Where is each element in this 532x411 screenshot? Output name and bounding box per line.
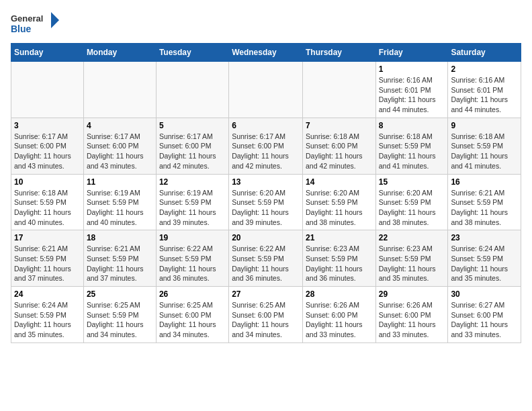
day-number: 19 bbox=[159, 233, 226, 242]
day-info: Sunrise: 6:17 AM Sunset: 6:00 PM Dayligh… bbox=[14, 132, 81, 171]
calendar-cell: 13Sunrise: 6:20 AM Sunset: 5:59 PM Dayli… bbox=[229, 174, 303, 230]
svg-text:Blue: Blue bbox=[11, 24, 32, 34]
logo-icon: GeneralBlue bbox=[11, 11, 64, 38]
day-number: 30 bbox=[451, 289, 518, 299]
weekday-header: Tuesday bbox=[156, 44, 228, 62]
day-info: Sunrise: 6:22 AM Sunset: 5:59 PM Dayligh… bbox=[232, 244, 300, 283]
day-number: 26 bbox=[159, 289, 226, 299]
calendar-cell: 28Sunrise: 6:26 AM Sunset: 6:00 PM Dayli… bbox=[302, 287, 375, 343]
day-info: Sunrise: 6:22 AM Sunset: 5:59 PM Dayligh… bbox=[159, 244, 226, 283]
calendar-cell: 20Sunrise: 6:22 AM Sunset: 5:59 PM Dayli… bbox=[229, 230, 303, 287]
day-number: 1 bbox=[379, 64, 445, 74]
day-info: Sunrise: 6:21 AM Sunset: 5:59 PM Dayligh… bbox=[87, 244, 153, 283]
calendar-cell: 22Sunrise: 6:23 AM Sunset: 5:59 PM Dayli… bbox=[375, 230, 448, 287]
day-info: Sunrise: 6:19 AM Sunset: 5:59 PM Dayligh… bbox=[159, 188, 226, 228]
day-number: 3 bbox=[14, 121, 81, 130]
calendar-cell: 30Sunrise: 6:27 AM Sunset: 6:00 PM Dayli… bbox=[448, 287, 521, 343]
weekday-header: Wednesday bbox=[229, 44, 303, 62]
day-info: Sunrise: 6:24 AM Sunset: 5:59 PM Dayligh… bbox=[14, 300, 81, 340]
day-number: 8 bbox=[379, 121, 445, 130]
calendar-cell: 14Sunrise: 6:20 AM Sunset: 5:59 PM Dayli… bbox=[302, 174, 375, 230]
day-info: Sunrise: 6:26 AM Sunset: 6:00 PM Dayligh… bbox=[306, 300, 373, 340]
weekday-header: Saturday bbox=[448, 44, 521, 62]
day-number: 7 bbox=[306, 121, 373, 130]
calendar-cell: 23Sunrise: 6:24 AM Sunset: 5:59 PM Dayli… bbox=[448, 230, 521, 287]
day-info: Sunrise: 6:25 AM Sunset: 6:00 PM Dayligh… bbox=[232, 300, 300, 340]
day-info: Sunrise: 6:18 AM Sunset: 5:59 PM Dayligh… bbox=[379, 132, 445, 171]
day-info: Sunrise: 6:23 AM Sunset: 5:59 PM Dayligh… bbox=[379, 244, 445, 283]
day-info: Sunrise: 6:25 AM Sunset: 5:59 PM Dayligh… bbox=[87, 300, 153, 340]
day-number: 29 bbox=[379, 289, 445, 299]
calendar-cell: 7Sunrise: 6:18 AM Sunset: 6:00 PM Daylig… bbox=[302, 118, 375, 174]
day-number: 25 bbox=[87, 289, 153, 299]
day-number: 17 bbox=[14, 233, 81, 242]
day-number: 14 bbox=[306, 177, 373, 187]
day-number: 13 bbox=[232, 177, 300, 187]
day-info: Sunrise: 6:16 AM Sunset: 6:01 PM Dayligh… bbox=[379, 75, 445, 115]
day-number: 15 bbox=[379, 177, 445, 187]
calendar-cell: 6Sunrise: 6:17 AM Sunset: 6:00 PM Daylig… bbox=[229, 118, 303, 174]
calendar-cell: 4Sunrise: 6:17 AM Sunset: 6:00 PM Daylig… bbox=[83, 118, 156, 174]
day-info: Sunrise: 6:17 AM Sunset: 6:00 PM Dayligh… bbox=[232, 132, 300, 171]
calendar-cell: 1Sunrise: 6:16 AM Sunset: 6:01 PM Daylig… bbox=[375, 62, 448, 118]
svg-marker-2 bbox=[51, 12, 59, 28]
calendar-week-row: 10Sunrise: 6:18 AM Sunset: 5:59 PM Dayli… bbox=[11, 174, 521, 230]
day-info: Sunrise: 6:19 AM Sunset: 5:59 PM Dayligh… bbox=[87, 188, 153, 228]
day-number: 12 bbox=[159, 177, 226, 187]
day-info: Sunrise: 6:21 AM Sunset: 5:59 PM Dayligh… bbox=[14, 244, 81, 283]
day-number: 20 bbox=[232, 233, 300, 242]
calendar-cell: 5Sunrise: 6:17 AM Sunset: 6:00 PM Daylig… bbox=[156, 118, 228, 174]
day-number: 11 bbox=[87, 177, 153, 187]
calendar-cell: 3Sunrise: 6:17 AM Sunset: 6:00 PM Daylig… bbox=[11, 118, 84, 174]
day-info: Sunrise: 6:27 AM Sunset: 6:00 PM Dayligh… bbox=[451, 300, 518, 340]
calendar-cell bbox=[229, 62, 303, 118]
day-info: Sunrise: 6:24 AM Sunset: 5:59 PM Dayligh… bbox=[451, 244, 518, 283]
calendar-cell: 27Sunrise: 6:25 AM Sunset: 6:00 PM Dayli… bbox=[229, 287, 303, 343]
day-info: Sunrise: 6:16 AM Sunset: 6:01 PM Dayligh… bbox=[451, 75, 518, 115]
day-number: 24 bbox=[14, 289, 81, 299]
day-number: 28 bbox=[306, 289, 373, 299]
day-number: 5 bbox=[159, 121, 226, 130]
day-info: Sunrise: 6:18 AM Sunset: 5:59 PM Dayligh… bbox=[14, 188, 81, 228]
calendar-cell: 18Sunrise: 6:21 AM Sunset: 5:59 PM Dayli… bbox=[83, 230, 156, 287]
calendar-cell: 21Sunrise: 6:23 AM Sunset: 5:59 PM Dayli… bbox=[302, 230, 375, 287]
day-info: Sunrise: 6:20 AM Sunset: 5:59 PM Dayligh… bbox=[232, 188, 300, 228]
day-info: Sunrise: 6:17 AM Sunset: 6:00 PM Dayligh… bbox=[159, 132, 226, 171]
day-info: Sunrise: 6:21 AM Sunset: 5:59 PM Dayligh… bbox=[451, 188, 518, 228]
weekday-header: Monday bbox=[83, 44, 156, 62]
day-number: 23 bbox=[451, 233, 518, 242]
calendar-cell bbox=[83, 62, 156, 118]
calendar-cell bbox=[11, 62, 84, 118]
calendar-cell bbox=[302, 62, 375, 118]
day-number: 10 bbox=[14, 177, 81, 187]
day-info: Sunrise: 6:26 AM Sunset: 6:00 PM Dayligh… bbox=[379, 300, 445, 340]
day-number: 21 bbox=[306, 233, 373, 242]
calendar-cell: 10Sunrise: 6:18 AM Sunset: 5:59 PM Dayli… bbox=[11, 174, 84, 230]
day-info: Sunrise: 6:17 AM Sunset: 6:00 PM Dayligh… bbox=[87, 132, 153, 171]
day-number: 22 bbox=[379, 233, 445, 242]
calendar-cell: 29Sunrise: 6:26 AM Sunset: 6:00 PM Dayli… bbox=[375, 287, 448, 343]
day-number: 9 bbox=[451, 121, 518, 130]
day-number: 16 bbox=[451, 177, 518, 187]
calendar-week-row: 3Sunrise: 6:17 AM Sunset: 6:00 PM Daylig… bbox=[11, 118, 521, 174]
day-number: 27 bbox=[232, 289, 300, 299]
calendar-header-row: SundayMondayTuesdayWednesdayThursdayFrid… bbox=[11, 44, 521, 62]
day-number: 18 bbox=[87, 233, 153, 242]
calendar-cell: 26Sunrise: 6:25 AM Sunset: 6:00 PM Dayli… bbox=[156, 287, 228, 343]
calendar-cell: 11Sunrise: 6:19 AM Sunset: 5:59 PM Dayli… bbox=[83, 174, 156, 230]
calendar-cell: 17Sunrise: 6:21 AM Sunset: 5:59 PM Dayli… bbox=[11, 230, 84, 287]
page-header: GeneralBlue bbox=[11, 11, 521, 38]
calendar-cell: 9Sunrise: 6:18 AM Sunset: 5:59 PM Daylig… bbox=[448, 118, 521, 174]
day-info: Sunrise: 6:25 AM Sunset: 6:00 PM Dayligh… bbox=[159, 300, 226, 340]
calendar-cell: 19Sunrise: 6:22 AM Sunset: 5:59 PM Dayli… bbox=[156, 230, 228, 287]
day-number: 6 bbox=[232, 121, 300, 130]
calendar-week-row: 17Sunrise: 6:21 AM Sunset: 5:59 PM Dayli… bbox=[11, 230, 521, 287]
day-number: 4 bbox=[87, 121, 153, 130]
calendar-table: SundayMondayTuesdayWednesdayThursdayFrid… bbox=[11, 43, 521, 343]
day-info: Sunrise: 6:18 AM Sunset: 5:59 PM Dayligh… bbox=[451, 132, 518, 171]
calendar-cell: 8Sunrise: 6:18 AM Sunset: 5:59 PM Daylig… bbox=[375, 118, 448, 174]
calendar-cell: 12Sunrise: 6:19 AM Sunset: 5:59 PM Dayli… bbox=[156, 174, 228, 230]
calendar-cell: 16Sunrise: 6:21 AM Sunset: 5:59 PM Dayli… bbox=[448, 174, 521, 230]
svg-text:General: General bbox=[11, 13, 43, 24]
calendar-cell: 24Sunrise: 6:24 AM Sunset: 5:59 PM Dayli… bbox=[11, 287, 84, 343]
